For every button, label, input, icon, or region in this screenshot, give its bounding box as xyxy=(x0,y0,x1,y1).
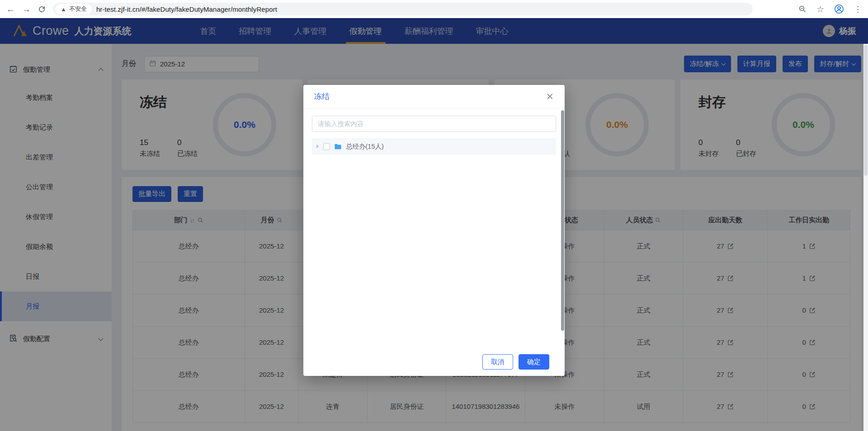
cancel-button[interactable]: 取消 xyxy=(482,354,513,370)
tree-node-label: 总经办(15人) xyxy=(346,142,384,151)
caret-right-icon[interactable] xyxy=(316,145,319,148)
folder-icon xyxy=(334,143,342,150)
confirm-button[interactable]: 确定 xyxy=(519,354,549,370)
dialog-title: 冻结 xyxy=(314,91,330,102)
page-scrollbar[interactable] xyxy=(863,44,868,431)
tree-checkbox[interactable] xyxy=(323,143,330,150)
forward-icon[interactable]: → xyxy=(22,5,31,14)
close-icon[interactable]: ✕ xyxy=(546,92,554,101)
security-badge-label: 不安全 xyxy=(69,5,87,13)
url-text: hr-test.zjf-it.cn/#/fakeDuty/fakeDutyMan… xyxy=(96,5,277,13)
back-icon[interactable]: ← xyxy=(6,5,15,14)
url-bar[interactable]: ▲ 不安全 hr-test.zjf-it.cn/#/fakeDuty/fakeD… xyxy=(53,3,753,15)
profile-icon[interactable] xyxy=(834,4,844,14)
menu-dots-icon[interactable]: ⋮ xyxy=(854,5,862,14)
browser-chrome: ← → ▲ 不安全 hr-test.zjf-it.cn/#/fakeDuty/f… xyxy=(0,0,868,18)
org-tree: 总经办(15人) xyxy=(312,138,556,155)
reload-icon[interactable] xyxy=(38,5,46,13)
security-badge[interactable]: ▲ 不安全 xyxy=(56,4,92,14)
tree-search-input[interactable] xyxy=(312,116,556,132)
dialog-scrollbar[interactable] xyxy=(561,110,564,331)
warning-icon: ▲ xyxy=(61,6,66,13)
tree-node[interactable]: 总经办(15人) xyxy=(312,138,556,155)
page-scrollbar-thumb[interactable] xyxy=(864,45,868,176)
zoom-icon[interactable] xyxy=(798,5,807,13)
bookmark-star-icon[interactable]: ☆ xyxy=(816,4,824,14)
freeze-dialog: 冻结 ✕ 总经办(15人) 取消 确定 xyxy=(303,85,565,376)
